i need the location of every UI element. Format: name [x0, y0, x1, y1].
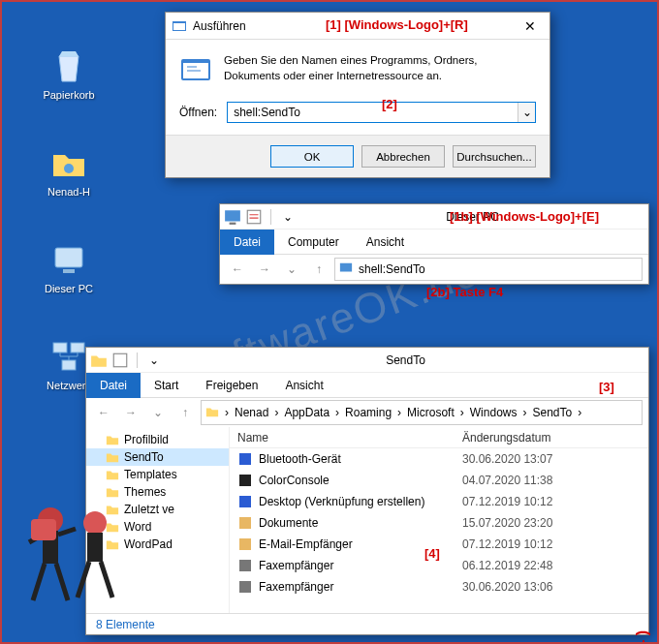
chevron-down-icon[interactable]: ⌄	[145, 352, 163, 369]
desktop-icon-recycle-bin[interactable]: Papierkorb	[35, 46, 103, 101]
file-date: 07.12.2019 10:12	[462, 537, 608, 551]
chevron-down-icon[interactable]: ⌄	[280, 258, 303, 281]
desktop-icon-label: Dieser PC	[35, 283, 103, 294]
file-row[interactable]: Dokumente15.07.2020 23:20	[230, 512, 648, 534]
breadcrumb-item[interactable]: Microsoft	[407, 406, 455, 419]
desktop-icon-label: Papierkorb	[35, 89, 103, 101]
tab-start[interactable]: Start	[141, 373, 192, 398]
chevron-down-icon[interactable]: ⌄	[146, 401, 170, 424]
tree-item[interactable]: Themes	[86, 483, 229, 501]
ribbon-tabs: Datei Start Freigeben Ansicht	[86, 373, 648, 398]
folder-icon	[106, 503, 119, 516]
svg-rect-15	[239, 453, 251, 465]
file-icon	[237, 579, 253, 595]
breadcrumb-item[interactable]: Nenad	[235, 406, 268, 419]
file-row[interactable]: E-Mail-Empfänger07.12.2019 10:12	[230, 534, 648, 555]
chevron-down-icon[interactable]: ⌄	[279, 208, 297, 226]
file-date: 15.07.2020 23:20	[462, 516, 608, 530]
folder-icon	[106, 468, 119, 481]
file-name: Faxempfänger	[259, 559, 333, 572]
file-row[interactable]: Faxempfänger30.06.2020 13:06	[230, 576, 648, 598]
chevron-right-icon: ›	[460, 406, 464, 419]
breadcrumb-item[interactable]: SendTo	[532, 406, 572, 419]
ok-button[interactable]: OK	[270, 145, 354, 168]
ribbon-tabs: Datei Computer Ansicht	[220, 230, 648, 255]
tree-item[interactable]: WordPad	[86, 536, 229, 553]
file-date: 07.12.2019 10:12	[462, 495, 608, 508]
browse-button[interactable]: Durchsuchen...	[453, 145, 536, 168]
tab-file[interactable]: Datei	[220, 230, 274, 255]
breadcrumb-item[interactable]: AppData	[284, 406, 330, 419]
pc-icon	[339, 261, 353, 278]
explorer-window-1: ⌄ Dieser PC Datei Computer Ansicht ← → ⌄…	[219, 203, 649, 285]
back-button[interactable]: ←	[226, 258, 249, 281]
cancel-button[interactable]: Abbrechen	[361, 145, 445, 168]
file-date: 30.06.2020 13:06	[462, 580, 608, 594]
svg-rect-16	[239, 475, 251, 486]
status-text: 8 Elemente	[96, 618, 155, 631]
properties-icon[interactable]	[245, 208, 263, 226]
file-icon	[237, 537, 253, 552]
column-headers[interactable]: Name Änderungsdatum	[230, 427, 648, 448]
file-icon	[237, 451, 253, 467]
svg-rect-19	[239, 538, 251, 550]
svg-rect-17	[239, 496, 251, 507]
run-combobox[interactable]: ⌄	[227, 102, 536, 123]
tree-item[interactable]: Templates	[86, 466, 229, 483]
col-date[interactable]: Änderungsdatum	[462, 431, 608, 445]
file-row[interactable]: ColorConsole04.07.2020 11:38	[230, 470, 648, 491]
file-date: 06.12.2019 22:48	[462, 559, 608, 572]
quick-access-toolbar: ⌄ Dieser PC	[220, 204, 648, 230]
quick-access-toolbar: ⌄ SendTo	[86, 348, 648, 373]
file-list[interactable]: Name Änderungsdatum Bluetooth-Gerät30.06…	[230, 427, 648, 613]
back-button[interactable]: ←	[92, 401, 115, 424]
breadcrumb-item[interactable]: Roaming	[345, 406, 392, 419]
svg-rect-18	[239, 517, 251, 529]
folder-icon[interactable]	[90, 352, 108, 369]
tree-item[interactable]: Word	[86, 518, 229, 536]
svg-rect-10	[225, 210, 240, 221]
forward-button[interactable]: →	[253, 258, 276, 281]
run-title: Ausführen	[193, 19, 511, 33]
tab-view[interactable]: Ansicht	[271, 373, 336, 398]
folder-icon	[205, 405, 219, 421]
pc-icon[interactable]	[224, 208, 241, 226]
window-title: Dieser PC	[446, 210, 499, 224]
close-button[interactable]: ✕	[511, 13, 549, 40]
svg-rect-3	[53, 343, 67, 353]
file-icon	[237, 494, 253, 509]
breadcrumb-bar[interactable]: › Nenad›AppData›Roaming›Microsoft›Window…	[201, 400, 643, 425]
file-row[interactable]: Faxempfänger06.12.2019 22:48	[230, 555, 648, 576]
up-button[interactable]: ↑	[173, 401, 197, 424]
file-row[interactable]: Desktop (Verknüpfung erstellen)07.12.201…	[230, 491, 648, 512]
tab-share[interactable]: Freigeben	[192, 373, 271, 398]
tab-view[interactable]: Ansicht	[353, 230, 418, 255]
address-bar[interactable]: shell:SendTo	[334, 258, 643, 281]
tree-item[interactable]: Zuletzt ve	[86, 501, 229, 518]
run-input[interactable]	[228, 103, 518, 122]
chevron-right-icon: ›	[397, 406, 401, 419]
run-icon	[172, 18, 187, 34]
file-row[interactable]: Bluetooth-Gerät30.06.2020 13:07	[230, 448, 648, 470]
run-description: Geben Sie den Namen eines Programms, Ord…	[224, 53, 536, 86]
desktop-icon-user-folder[interactable]: Nenad-H	[35, 143, 103, 198]
file-icon	[237, 558, 253, 573]
breadcrumb-item[interactable]: Windows	[470, 406, 518, 419]
col-name[interactable]: Name	[230, 431, 462, 445]
tree-item[interactable]: SendTo	[86, 448, 229, 466]
nav-tree[interactable]: ProfilbildSendToTemplatesThemesZuletzt v…	[86, 427, 230, 613]
tab-computer[interactable]: Computer	[274, 230, 353, 255]
run-titlebar[interactable]: Ausführen ✕	[166, 13, 549, 40]
forward-button[interactable]: →	[119, 401, 142, 424]
properties-icon[interactable]	[111, 352, 129, 369]
folder-user-icon	[49, 143, 88, 182]
desktop-icon-this-pc[interactable]: Dieser PC	[35, 240, 103, 294]
chevron-down-icon[interactable]: ⌄	[518, 103, 535, 122]
address-row: ← → ⌄ ↑ › Nenad›AppData›Roaming›Microsof…	[86, 398, 648, 427]
tab-file[interactable]: Datei	[86, 373, 141, 398]
svg-rect-1	[55, 248, 82, 267]
tree-item[interactable]: Profilbild	[86, 431, 229, 448]
up-button[interactable]: ↑	[307, 258, 330, 281]
desktop-icon-label: Nenad-H	[35, 186, 103, 198]
explorer-window-2: ⌄ SendTo Datei Start Freigeben Ansicht ←…	[85, 347, 649, 635]
